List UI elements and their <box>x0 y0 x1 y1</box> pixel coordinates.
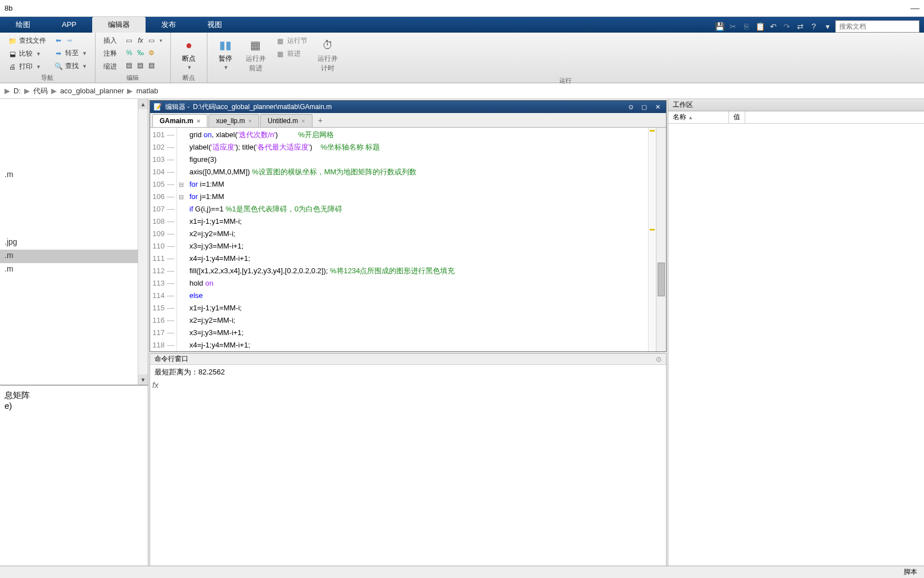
maximize-icon[interactable]: ▢ <box>639 102 649 111</box>
advance-button[interactable]: ▦前进 <box>274 48 310 60</box>
scroll-up-icon[interactable]: ▲ <box>138 99 148 109</box>
tab-editor[interactable]: 编辑器 <box>92 17 146 33</box>
help-icon[interactable]: ? <box>808 21 819 32</box>
goto-icon: ➡ <box>54 49 63 58</box>
details-panel: 息矩阵 e) <box>0 386 148 578</box>
tab-app[interactable]: APP <box>46 17 92 33</box>
workspace-col-name[interactable]: 名称 ▲ <box>668 111 729 123</box>
search-input[interactable] <box>835 20 920 33</box>
file-item[interactable] <box>0 196 148 209</box>
search-icon: 🔍 <box>54 62 63 71</box>
dropdown-icon[interactable]: ⊙ <box>656 355 662 363</box>
detail-line: 息矩阵 <box>4 390 143 401</box>
compare-button[interactable]: ⬓比较▼ <box>6 48 48 60</box>
file-item[interactable] <box>0 182 148 196</box>
close-icon[interactable]: × <box>197 118 200 124</box>
switch-icon[interactable]: ⇄ <box>795 21 806 32</box>
save-icon[interactable]: 💾 <box>714 21 725 32</box>
bc-item[interactable]: aco_global_planner <box>60 87 124 95</box>
find-files-button[interactable]: 📁查找文件 <box>6 35 48 47</box>
nav-back-button[interactable]: ⬅➡ <box>52 35 89 46</box>
dropdown-icon[interactable]: ⊙ <box>626 102 636 111</box>
advance-icon: ▦ <box>276 49 285 58</box>
file-item[interactable] <box>0 142 148 155</box>
line-gutter: 101—102—103—104—105—106—107—108—109—110—… <box>150 128 177 351</box>
editor-tab[interactable]: Untitled.m× <box>260 114 312 127</box>
file-item[interactable]: .m <box>0 250 148 263</box>
indent-icons[interactable]: ▤▤▤ <box>123 60 165 71</box>
output-line: 最短距离为：82.2562 <box>155 367 662 377</box>
scrollbar[interactable]: ▲ ▼ <box>138 99 148 385</box>
ribbon-group-edit: 插入 注释 缩进 ▭fx▭▾ %‰⚙ ▤▤▤ 编辑 <box>96 33 171 83</box>
indent-button[interactable]: 缩进 <box>101 61 119 73</box>
close-icon[interactable]: × <box>248 118 252 124</box>
nav-group-label: 导航 <box>6 73 89 82</box>
file-item[interactable] <box>0 209 148 223</box>
close-icon[interactable]: ✕ <box>653 102 663 111</box>
undo-icon[interactable]: ↶ <box>768 21 779 32</box>
file-item[interactable] <box>0 128 148 142</box>
tab-publish[interactable]: 发布 <box>146 17 192 33</box>
bc-item[interactable]: D: <box>13 87 21 95</box>
redo-icon[interactable]: ↷ <box>781 21 792 32</box>
editor-titlebar: 📝 编辑器 - D:\代码\aco_global_planner\matlab\… <box>150 101 666 113</box>
edit-group-label: 编辑 <box>101 73 165 82</box>
command-window: 命令行窗口 ⊙ 最短距离为：82.2562 fx <box>150 353 667 577</box>
command-output[interactable]: 最短距离为：82.2562 fx <box>150 365 666 576</box>
run-advance-button[interactable]: ▦ 运行并 前进 <box>241 35 270 75</box>
file-item[interactable]: .m <box>0 263 148 277</box>
comment-button[interactable]: 注释 <box>101 48 119 60</box>
status-text: 脚本 <box>904 567 917 577</box>
file-item[interactable] <box>0 155 148 169</box>
code-minimap[interactable] <box>648 128 656 351</box>
scroll-down-icon[interactable]: ▼ <box>138 374 148 385</box>
run-section-button[interactable]: ▦运行节 <box>274 35 310 47</box>
paste-icon[interactable]: 📋 <box>754 21 766 32</box>
cut-icon[interactable]: ✂ <box>727 21 739 32</box>
fold-column[interactable]: ⊟⊟ <box>177 128 185 351</box>
print-icon: 🖨 <box>8 62 17 71</box>
window-controls: — <box>911 3 920 13</box>
add-tab-button[interactable]: + <box>314 114 327 127</box>
minimize-icon[interactable]: — <box>911 3 920 13</box>
file-list: .m.jpg.m.m ▲ ▼ <box>0 99 148 386</box>
workspace-title: 工作区 <box>668 99 924 111</box>
editor-icon: 📝 <box>153 103 162 111</box>
chevron-right-icon: ▶ <box>24 87 30 95</box>
dropdown-icon[interactable]: ▾ <box>822 21 833 32</box>
bc-item[interactable]: 代码 <box>33 86 48 96</box>
scroll-thumb[interactable] <box>658 263 665 296</box>
pause-button[interactable]: ▮▮ 暂停 ▼ <box>213 35 238 73</box>
run-time-button[interactable]: ⏱ 运行并 计时 <box>313 35 342 75</box>
editor-tab[interactable]: xue_llp.m× <box>209 114 259 127</box>
file-item[interactable] <box>0 115 148 128</box>
detail-line: e) <box>4 401 143 410</box>
insert-section-icon[interactable]: ▭fx▭▾ <box>123 35 165 46</box>
file-item[interactable]: .jpg <box>0 236 148 250</box>
editor-title-prefix: 编辑器 - <box>165 102 189 112</box>
goto-button[interactable]: ➡转至▼ <box>52 47 89 59</box>
editor-body: 101—102—103—104—105—106—107—108—109—110—… <box>150 128 666 351</box>
code-area[interactable]: grid on, xlabel('迭代次数/n') %开启网格ylabel('适… <box>185 128 656 351</box>
insert-button[interactable]: 插入 <box>101 35 119 47</box>
breakpoint-button[interactable]: ● 断点 ▼ <box>176 35 201 73</box>
forward-icon: ➡ <box>65 36 74 45</box>
comment-icons[interactable]: %‰⚙ <box>123 47 165 58</box>
file-item[interactable] <box>0 101 148 115</box>
find-button[interactable]: 🔍查找▼ <box>52 60 89 72</box>
close-icon[interactable]: × <box>301 118 305 124</box>
editor-tab[interactable]: GAmain.m× <box>152 114 207 127</box>
print-button[interactable]: 🖨打印▼ <box>6 61 48 73</box>
workspace-col-value[interactable]: 值 <box>729 111 745 123</box>
bc-item[interactable]: matlab <box>136 87 158 95</box>
file-item[interactable] <box>0 223 148 236</box>
run-time-icon: ⏱ <box>320 37 336 53</box>
file-item[interactable]: .m <box>0 169 148 182</box>
quick-access-toolbar: 💾 ✂ ⎘ 📋 ↶ ↷ ⇄ ? ▾ <box>714 20 924 33</box>
breadcrumb[interactable]: ▶ D: ▶ 代码 ▶ aco_global_planner ▶ matlab <box>0 83 924 99</box>
copy-icon[interactable]: ⎘ <box>741 21 752 32</box>
tab-view[interactable]: 视图 <box>192 17 238 33</box>
sort-asc-icon: ▲ <box>688 115 693 120</box>
editor-scrollbar[interactable] <box>656 128 666 351</box>
tab-plot[interactable]: 绘图 <box>0 17 46 33</box>
